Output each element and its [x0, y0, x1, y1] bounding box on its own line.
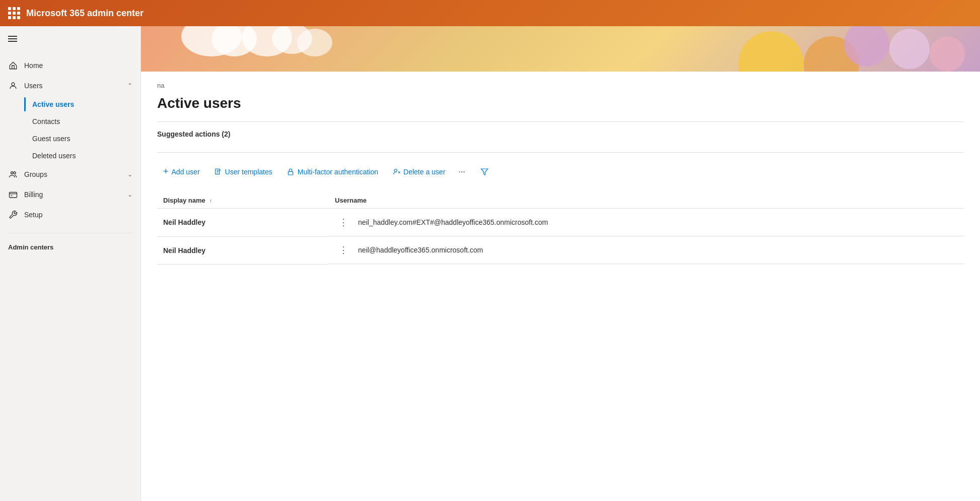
sidebar-item-setup[interactable]: Setup: [0, 205, 141, 225]
sidebar-item-billing[interactable]: Billing ⌄: [0, 184, 141, 205]
contacts-label: Contacts: [32, 117, 60, 126]
users-table: Display name ↑ Username Neil Haddley ⋮ n…: [157, 193, 964, 265]
topbar: Microsoft 365 admin center: [0, 0, 980, 26]
user-templates-button[interactable]: User templates: [208, 164, 278, 179]
filter-button[interactable]: [474, 164, 495, 179]
billing-icon: [8, 190, 18, 200]
sidebar-item-billing-label: Billing: [24, 191, 121, 199]
sidebar-item-groups[interactable]: Groups ⌄: [0, 164, 141, 184]
col-username[interactable]: Username: [329, 193, 964, 209]
groups-icon: [8, 169, 18, 179]
mfa-label: Multi-factor authentication: [298, 168, 378, 176]
svg-rect-3: [10, 193, 17, 198]
sidebar-item-home[interactable]: Home: [0, 55, 141, 76]
sidebar-item-users[interactable]: Users ⌃: [0, 76, 141, 96]
svg-point-2: [14, 172, 16, 174]
sidebar-item-guest-users[interactable]: Guest users: [24, 130, 141, 147]
suggested-actions[interactable]: Suggested actions (2): [157, 130, 964, 144]
more-button[interactable]: ···: [453, 164, 470, 180]
admin-centers-label: Admin centers: [0, 237, 141, 257]
delete-user-icon: [392, 168, 400, 176]
svg-point-6: [394, 169, 397, 171]
svg-marker-9: [481, 169, 487, 175]
svg-point-1: [11, 172, 14, 174]
toolbar: + Add user User templates: [157, 163, 964, 180]
users-subnav: Active users Contacts Guest users Delete…: [0, 96, 141, 164]
filter-icon: [480, 168, 488, 176]
col-display-name[interactable]: Display name ↑: [157, 193, 329, 209]
mfa-lock-icon: [287, 168, 295, 176]
sidebar-item-setup-label: Setup: [24, 211, 132, 219]
groups-chevron-icon: ⌄: [127, 171, 132, 178]
content-area: na Active users Suggested actions (2) + …: [141, 26, 980, 501]
mfa-button[interactable]: Multi-factor authentication: [281, 164, 384, 179]
content-banner: [141, 26, 980, 72]
sidebar-item-home-label: Home: [24, 61, 132, 70]
add-user-label: Add user: [172, 168, 200, 176]
sidebar-item-groups-label: Groups: [24, 170, 121, 178]
svg-rect-5: [288, 171, 293, 175]
deleted-users-label: Deleted users: [32, 152, 76, 160]
setup-icon: [8, 210, 18, 220]
users-icon: [8, 81, 18, 91]
sidebar-item-deleted-users[interactable]: Deleted users: [24, 147, 141, 164]
user-templates-label: User templates: [225, 168, 272, 176]
app-launcher-icon[interactable]: [8, 7, 20, 19]
more-icon: ···: [458, 167, 465, 176]
users-chevron-icon: ⌃: [127, 82, 132, 89]
sidebar: Home Users ⌃ Active users C: [0, 26, 141, 501]
row-menu-button[interactable]: ⋮: [335, 216, 352, 229]
billing-chevron-icon: ⌄: [127, 191, 132, 198]
sidebar-item-active-users[interactable]: Active users: [24, 96, 141, 113]
main-layout: Home Users ⌃ Active users C: [0, 26, 980, 501]
user-display-name: Neil Haddley: [163, 246, 205, 255]
sidebar-divider: [8, 233, 132, 233]
hamburger-button[interactable]: [0, 26, 141, 51]
sidebar-item-users-label: Users: [24, 82, 121, 90]
user-username: neil@haddleyoffice365.onmicrosoft.com: [358, 246, 483, 254]
add-user-icon: +: [163, 166, 169, 177]
breadcrumb: na: [157, 82, 964, 89]
actions-divider: [157, 152, 964, 153]
delete-user-label: Delete a user: [403, 168, 445, 176]
row-menu-button[interactable]: ⋮: [335, 243, 352, 257]
table-row[interactable]: Neil Haddley ⋮ neil@haddleyoffice365.onm…: [157, 236, 964, 264]
content-body: na Active users Suggested actions (2) + …: [141, 72, 980, 501]
app-title: Microsoft 365 admin center: [26, 8, 144, 19]
user-templates-icon: [214, 168, 222, 176]
delete-user-button[interactable]: Delete a user: [386, 164, 451, 179]
active-users-label: Active users: [32, 100, 74, 108]
sort-asc-icon: ↑: [209, 198, 212, 204]
page-title: Active users: [157, 95, 964, 111]
add-user-button[interactable]: + Add user: [157, 163, 206, 180]
user-display-name: Neil Haddley: [163, 218, 205, 226]
home-icon: [8, 60, 18, 71]
svg-point-0: [12, 83, 15, 86]
sidebar-item-contacts[interactable]: Contacts: [24, 113, 141, 130]
table-row[interactable]: Neil Haddley ⋮ neil_haddley.com#EXT#@had…: [157, 209, 964, 237]
guest-users-label: Guest users: [32, 135, 70, 143]
sidebar-nav: Home Users ⌃ Active users C: [0, 51, 141, 229]
title-divider: [157, 121, 964, 122]
user-username: neil_haddley.com#EXT#@haddleyoffice365.o…: [358, 218, 548, 226]
